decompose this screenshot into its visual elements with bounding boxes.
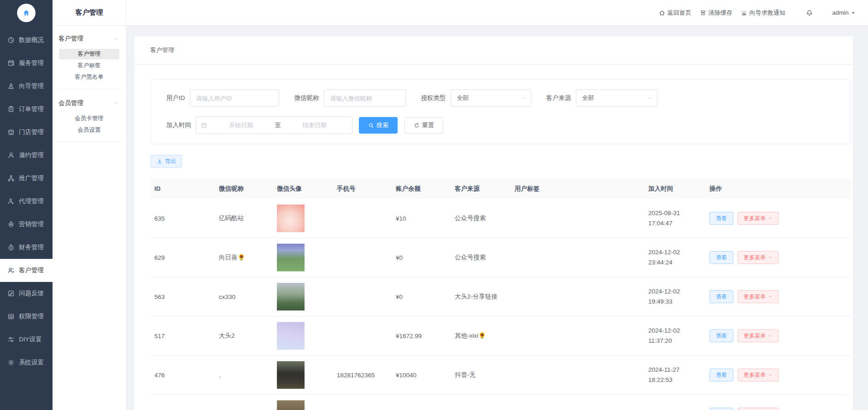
topbar-link-back-home[interactable]: 返回首页 <box>659 9 692 17</box>
reset-button[interactable]: 重置 <box>405 117 443 134</box>
user-id-input[interactable] <box>190 89 279 107</box>
main-sidebar: 数据概况服务管理向导管理订单管理门店管理邀约管理推广管理代理管理营销管理财务管理… <box>0 0 53 410</box>
breadcrumb-item: 客户管理 <box>150 46 174 54</box>
wechat-avatar <box>277 283 305 310</box>
caret-down-icon <box>851 11 856 15</box>
sidebar-item-order-management[interactable]: 订单管理 <box>0 98 53 121</box>
view-button[interactable]: 查看 <box>710 329 733 342</box>
cell-actions: 查看更多菜单 <box>706 251 851 264</box>
user-menu[interactable]: admin <box>833 9 856 16</box>
sidebar-item-label: 门店管理 <box>19 128 44 136</box>
cell-source: 大头2-分享链接 <box>451 293 511 301</box>
submenu-item-customer-management[interactable]: 客户管理 <box>59 49 119 59</box>
submenu-item-customer-tags[interactable]: 客户标签 <box>59 60 119 71</box>
cell-avatar <box>273 205 333 232</box>
chevron-down-icon <box>768 255 773 260</box>
view-button[interactable]: 查看 <box>710 369 733 381</box>
column-header: 操作 <box>706 185 851 193</box>
submenu-item-customer-blacklist[interactable]: 客户黑名单 <box>59 72 119 82</box>
sidebar-item-diy-settings[interactable]: DIY设置 <box>0 328 53 351</box>
sidebar-item-label: 服务管理 <box>19 59 44 67</box>
cell-id: 517 <box>151 333 215 340</box>
logo[interactable] <box>0 0 53 26</box>
join-time-label: 加入时间 <box>166 121 191 129</box>
sidebar-item-label: 邀约管理 <box>19 151 44 159</box>
sidebar-item-service-management[interactable]: 服务管理 <box>0 52 53 75</box>
cell-avatar <box>273 283 333 310</box>
cell-nickname: 向日葵🌻 <box>215 253 273 262</box>
sub-sidebar-title: 客户管理 <box>53 0 126 26</box>
sidebar-item-feedback[interactable]: 问题反馈 <box>0 282 53 305</box>
more-menu-button[interactable]: 更多菜单 <box>738 369 779 381</box>
table-row: 563cx330¥0大头2-分享链接2024-12-0219:49:33查看更多… <box>151 277 851 316</box>
more-menu-button[interactable]: 更多菜单 <box>738 290 779 303</box>
table-row: 629向日葵🌻¥0公众号搜索2024-12-0223:44:24查看更多菜单 <box>151 238 851 277</box>
sidebar-item-marketing-management[interactable]: 营销管理 <box>0 213 53 236</box>
cell-join-time: 2024-11-2718:22:53 <box>645 365 706 386</box>
cell-join-time: 2024-12-0219:49:33 <box>645 287 706 307</box>
sidebar-item-promotion-management[interactable]: 推广管理 <box>0 167 53 190</box>
clean-icon <box>700 10 706 16</box>
notification-bell-icon[interactable] <box>806 9 813 17</box>
chevron-down-icon <box>768 216 773 221</box>
column-header: 手机号 <box>333 185 392 193</box>
sidebar-item-agent-management[interactable]: 代理管理 <box>0 190 53 213</box>
column-header: 加入时间 <box>645 185 706 193</box>
promotion-icon <box>7 175 15 182</box>
more-menu-button[interactable]: 更多菜单 <box>738 251 779 264</box>
submenu-group-customer-management-group[interactable]: 客户管理 <box>53 29 126 48</box>
cell-actions: 查看更多菜单 <box>706 408 851 410</box>
column-header: 微信昵称 <box>215 185 273 193</box>
view-button[interactable]: 查看 <box>710 290 733 303</box>
cell-avatar <box>273 361 333 389</box>
sidebar-item-finance-management[interactable]: 财务管理 <box>0 236 53 259</box>
chevron-down-icon <box>768 334 773 338</box>
wechat-avatar <box>277 205 305 232</box>
sidebar-item-permission-management[interactable]: 权限管理 <box>0 305 53 328</box>
more-menu-label: 更多菜单 <box>744 215 766 223</box>
auth-type-label: 授权类型 <box>421 94 446 102</box>
export-button[interactable]: 导出 <box>151 155 182 168</box>
auth-type-select[interactable]: 全部 <box>451 89 531 107</box>
feedback-icon <box>7 290 15 297</box>
cell-balance: ¥1672.99 <box>392 333 451 340</box>
more-menu-button[interactable]: 更多菜单 <box>738 408 779 410</box>
wechat-avatar <box>277 244 305 271</box>
sidebar-item-store-management[interactable]: 门店管理 <box>0 121 53 144</box>
sidebar-item-invitation-management[interactable]: 邀约管理 <box>0 144 53 167</box>
column-header: 账户余额 <box>392 185 451 193</box>
breadcrumb: 客户管理 <box>135 36 853 64</box>
search-button[interactable]: 搜索 <box>359 117 398 134</box>
sidebar-item-data-overview[interactable]: 数据概况 <box>0 29 53 52</box>
filter-box: 用户ID 微信昵称 授权类型 全部 客户来源 <box>151 79 851 144</box>
topbar-link-guide-sos-notice[interactable]: 向导求救通知 <box>741 9 786 17</box>
invite-icon <box>7 152 15 159</box>
topbar-link-label: 返回首页 <box>668 9 692 17</box>
join-time-range-picker[interactable]: 开始日期 至 结束日期 <box>196 117 352 134</box>
view-button[interactable]: 查看 <box>710 251 733 264</box>
customer-source-select[interactable]: 全部 <box>576 89 657 107</box>
sidebar-item-label: 推广管理 <box>19 174 44 182</box>
view-button[interactable]: 查看 <box>710 212 733 225</box>
submenu-group-member-management-group[interactable]: 会员管理 <box>53 94 126 112</box>
sidebar-item-label: 向导管理 <box>19 82 44 90</box>
cell-source: 公众号搜索 <box>451 253 511 262</box>
view-button[interactable]: 查看 <box>710 408 733 410</box>
cell-join-time: 2024-12-0211:37:20 <box>645 326 706 346</box>
cell-source: 其他-xixi🌻 <box>451 332 511 340</box>
sidebar-item-customer-management[interactable]: 客户管理 <box>0 259 53 282</box>
nickname-input[interactable] <box>324 89 406 107</box>
more-menu-button[interactable]: 更多菜单 <box>738 212 779 225</box>
sidebar-item-guide-management[interactable]: 向导管理 <box>0 75 53 98</box>
sidebar-item-system-settings[interactable]: 系统设置 <box>0 351 53 374</box>
customer-table: ID微信昵称微信头像手机号账户余额客户来源用户标签加入时间操作 635亿码酷站¥… <box>151 178 851 410</box>
submenu-item-member-settings[interactable]: 会员设置 <box>59 125 119 135</box>
cell-nickname: 亿码酷站 <box>215 214 273 223</box>
sidebar-item-label: 权限管理 <box>19 312 44 321</box>
column-header: 客户来源 <box>451 185 511 193</box>
submenu-item-member-card-management[interactable]: 会员卡管理 <box>59 113 119 124</box>
cell-avatar <box>273 322 333 350</box>
topbar-link-clear-cache[interactable]: 清除缓存 <box>700 9 733 17</box>
more-menu-button[interactable]: 更多菜单 <box>738 329 779 342</box>
submenu-group-label: 客户管理 <box>59 35 83 43</box>
